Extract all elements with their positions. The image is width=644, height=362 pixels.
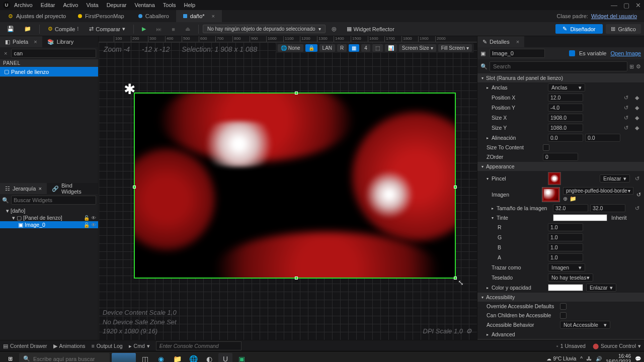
- resize-handle-top[interactable]: [295, 92, 298, 95]
- cmd-dropdown[interactable]: ▸Cmd ▾: [129, 343, 150, 349]
- image-asset-thumbnail[interactable]: [542, 187, 560, 202]
- advanced-label[interactable]: Advanced: [492, 331, 545, 337]
- image-asset-dropdown[interactable]: pngtree-puffed-blood-borde▾: [563, 187, 633, 195]
- open-image-link[interactable]: Open Image: [610, 50, 641, 56]
- size-to-content-checkbox[interactable]: [543, 144, 549, 151]
- explorer-app[interactable]: 📁: [170, 353, 184, 363]
- hierarchy-root[interactable]: ▾[daño]: [0, 207, 98, 214]
- clear-search-icon[interactable]: ×: [2, 50, 9, 56]
- hierarchy-canvas-panel[interactable]: ▾▢[Panel de lienzo]🔓👁: [0, 214, 98, 221]
- close-icon[interactable]: ×: [38, 186, 41, 192]
- vp-grid-button[interactable]: ▦: [349, 44, 359, 52]
- console-input[interactable]: [156, 341, 242, 350]
- palette-tab[interactable]: ◧Paleta×: [0, 36, 42, 47]
- browse-asset-icon[interactable]: 📁: [570, 196, 577, 202]
- g-input[interactable]: [548, 233, 583, 241]
- category-behavior[interactable]: ▾Behavior: [477, 339, 644, 340]
- tray-weather[interactable]: ☁9°C Lluvia: [546, 356, 577, 361]
- override-acc-checkbox[interactable]: [560, 303, 567, 310]
- eye-icon[interactable]: 👁: [91, 215, 96, 221]
- task-view-button[interactable]: ◫: [138, 353, 152, 363]
- hierarchy-image-0[interactable]: ▣Image_0🔓👁: [0, 221, 98, 228]
- eject-button[interactable]: ⏏: [181, 24, 194, 35]
- tiling-dropdown[interactable]: No hay teselas▾: [548, 274, 593, 282]
- tray-notification-icon[interactable]: 💬: [635, 356, 641, 361]
- details-tab[interactable]: ✎Detalles×: [477, 36, 524, 47]
- anchors-dropdown[interactable]: Anclas▾: [548, 83, 585, 92]
- designer-mode-button[interactable]: ✎Diseñador: [555, 24, 602, 34]
- close-button[interactable]: ✕: [635, 2, 641, 9]
- browse-button[interactable]: 📁: [20, 24, 35, 35]
- reset-icon[interactable]: ↺: [624, 115, 630, 121]
- zorder-input[interactable]: [543, 153, 578, 161]
- unsaved-indicator[interactable]: ▫1 Unsaved: [556, 343, 586, 349]
- vp-r-button[interactable]: R: [337, 44, 347, 52]
- menu-view[interactable]: Vista: [86, 2, 98, 8]
- weather-widget[interactable]: [112, 353, 136, 363]
- diamond-icon[interactable]: ◆: [635, 125, 641, 131]
- library-tab[interactable]: 📚Library: [42, 36, 79, 47]
- r-input[interactable]: [548, 223, 583, 231]
- reset-icon[interactable]: ↺: [635, 205, 641, 212]
- canvas-area[interactable]: ✱ ⤡: [99, 42, 477, 340]
- brush-bind-dropdown[interactable]: Enlazar▾: [600, 174, 630, 183]
- reset-icon[interactable]: ↺: [624, 95, 630, 101]
- vp-lan-button[interactable]: LAN: [319, 44, 335, 52]
- image-sx-input[interactable]: [553, 204, 588, 212]
- save-button[interactable]: 💾: [3, 24, 18, 35]
- is-variable-checkbox[interactable]: [569, 50, 575, 56]
- reset-icon[interactable]: ↺: [636, 192, 641, 198]
- steam-app[interactable]: ◐: [202, 353, 216, 363]
- align-y-input[interactable]: [585, 134, 620, 142]
- menu-debug[interactable]: Depurar: [107, 2, 127, 8]
- tray-network-icon[interactable]: 🖧: [587, 356, 592, 361]
- diamond-icon[interactable]: ◆: [635, 115, 641, 121]
- stop-button[interactable]: ■: [168, 24, 179, 35]
- minimize-button[interactable]: —: [611, 2, 617, 9]
- other-app[interactable]: ▣: [234, 353, 249, 363]
- maximize-button[interactable]: ▢: [623, 2, 629, 9]
- size-x-input[interactable]: [548, 114, 583, 122]
- palette-search-input[interactable]: [11, 49, 96, 58]
- palette-item-canvas-panel[interactable]: ▢Panel de lienzo: [0, 67, 98, 76]
- bind-widgets-tab[interactable]: 🔗Bind Widgets: [47, 183, 98, 194]
- view-options-icon[interactable]: ⊞: [629, 63, 634, 70]
- output-log-button[interactable]: ≡Output Log: [91, 343, 122, 349]
- edge-app[interactable]: ◉: [154, 353, 168, 363]
- resize-handle-right[interactable]: [454, 186, 457, 189]
- palette-category-panel[interactable]: PANEL: [0, 59, 98, 67]
- tab-actor[interactable]: Caballero: [131, 10, 176, 22]
- chrome-app[interactable]: 🌐: [186, 353, 200, 363]
- tint-color-swatch[interactable]: [553, 214, 607, 221]
- vp-grid-value[interactable]: 4: [361, 44, 370, 52]
- windows-search-input[interactable]: [33, 356, 106, 362]
- vp-outline-button[interactable]: ⬚: [372, 44, 383, 52]
- menu-tools[interactable]: Tools: [163, 2, 176, 8]
- diamond-icon[interactable]: ◆: [635, 95, 641, 101]
- category-slot[interactable]: ▾Slot (Ranura del panel de lienzo): [477, 73, 644, 82]
- menu-edit[interactable]: Editar: [41, 2, 55, 8]
- eye-icon[interactable]: 👁: [91, 222, 96, 228]
- tray-clock[interactable]: 16:4616/01/2023: [606, 353, 631, 363]
- vp-lock-button[interactable]: 🔒: [305, 44, 317, 52]
- tab-project-settings[interactable]: ⚙ Ajustes del proyecto: [3, 13, 71, 20]
- widget-reflector-button[interactable]: ▦Widget Reflector: [343, 24, 398, 35]
- windows-start-button[interactable]: ⊞: [3, 353, 17, 363]
- parent-class-link[interactable]: Widget del usuario: [591, 13, 637, 19]
- animations-button[interactable]: ▶Animations: [53, 343, 86, 349]
- vp-locale-button[interactable]: 🌐None: [278, 44, 303, 52]
- close-icon[interactable]: ×: [34, 39, 37, 45]
- menu-help[interactable]: Help: [184, 2, 195, 8]
- compile-button[interactable]: ⚙Compile⁝: [44, 24, 83, 35]
- hierarchy-search-input[interactable]: [11, 196, 96, 205]
- color-bind-dropdown[interactable]: Enlazar▾: [586, 284, 616, 292]
- draw-as-dropdown[interactable]: Imagen▾: [548, 263, 585, 272]
- tray-up-icon[interactable]: ^: [580, 356, 583, 361]
- image-sy-input[interactable]: [590, 204, 625, 212]
- content-drawer-button[interactable]: ▤Content Drawer: [3, 343, 47, 349]
- hierarchy-tab[interactable]: ☷Jerarquía×: [0, 183, 47, 194]
- lock-icon[interactable]: 🔓: [84, 222, 90, 228]
- resize-handle-left[interactable]: [133, 186, 136, 189]
- close-tab-icon[interactable]: ×: [212, 13, 215, 19]
- close-icon[interactable]: ×: [516, 39, 519, 45]
